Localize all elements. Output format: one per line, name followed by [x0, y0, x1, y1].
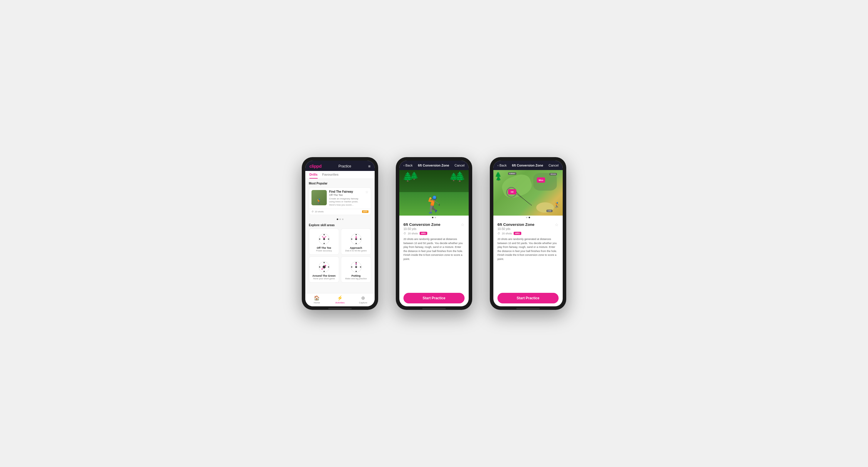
- header-title: Practice: [339, 164, 351, 168]
- phone-1-screen: clippd Practice ≡ Drills Favourites Most…: [305, 161, 375, 306]
- dot-3: [342, 219, 343, 220]
- phone3-shots: 20 shots: [502, 232, 512, 235]
- phone3-chevron-left-icon: ‹: [497, 164, 499, 167]
- phone-3-screen: ‹ Back 6ft Conversion Zone Cancel: [493, 161, 563, 306]
- app-logo: clippd: [309, 164, 321, 169]
- detail-drill-title: 6ft Conversion Zone: [403, 222, 465, 227]
- fairway-label: FAIRWAY: [508, 172, 516, 175]
- tabs-bar: Drills Favourites: [305, 171, 375, 179]
- phone2-title: 6ft Conversion Zone: [418, 164, 449, 167]
- phone3-title: 6ft Conversion Zone: [512, 164, 543, 167]
- skill-grid: Off The Tee Power accuracy: [309, 229, 371, 282]
- phone3-image-dots: [493, 215, 563, 220]
- detail-yardage: 10-50 yds: [403, 227, 465, 231]
- explore-label: Explore skill areas: [309, 224, 371, 227]
- svg-line-9: [324, 236, 326, 238]
- tag-ott: OTT: [362, 210, 369, 213]
- phone3-cancel-button[interactable]: Cancel: [549, 164, 559, 167]
- detail-shots-row: ⏱ 20 shots ARG: [403, 232, 465, 235]
- phone-3: ‹ Back 6ft Conversion Zone Cancel: [490, 157, 566, 310]
- ott-name: Off The Tee: [317, 246, 331, 249]
- phone3-drill-title: 6ft Conversion Zone: [497, 222, 559, 227]
- menu-icon[interactable]: ≡: [368, 164, 371, 169]
- phone3-fav-icon[interactable]: ☆: [555, 222, 559, 227]
- map-scene: 🌲 🌲 Miss Hit: [493, 170, 563, 215]
- skill-card-approach[interactable]: Approach Dial-in to hit the green: [341, 229, 371, 255]
- tree-left2-icon: 🌲: [410, 171, 419, 180]
- phone3-clock-icon: ⏱: [497, 232, 500, 235]
- capture-label: Capture: [359, 301, 367, 304]
- nav-capture[interactable]: ⊕ Capture: [351, 295, 375, 304]
- chevron-left-icon: ‹: [403, 164, 405, 167]
- start-practice-button[interactable]: Start Practice: [403, 293, 465, 303]
- drill-title: Find The Fairway: [329, 190, 363, 194]
- most-popular-label: Most Popular: [309, 182, 371, 185]
- phone3-shots-row: ⏱ 20 shots ARG: [497, 232, 559, 235]
- image-dots: [399, 215, 469, 220]
- drill-image: 🌲 🌲 🌲 🌲 🏌️: [399, 170, 469, 215]
- phone-2-screen: ‹ Back 6ft Conversion Zone Cancel 🌲 🌲 🌲 …: [399, 161, 469, 306]
- detail-shots: 20 shots: [408, 232, 418, 235]
- home-indicator-1: [328, 308, 352, 309]
- carousel-dots: [309, 218, 371, 221]
- tree-right2-icon: 🌲: [449, 172, 458, 181]
- putting-name: Putting: [351, 274, 361, 277]
- dot-1: [337, 219, 338, 220]
- detail-description: 20 shots are randomly generated at dista…: [403, 237, 465, 261]
- putting-icon: [349, 260, 364, 274]
- phone3-start-practice-button[interactable]: Start Practice: [497, 293, 559, 303]
- capture-icon: ⊕: [361, 295, 365, 301]
- drill-card-inner: Find The Fairway Off The Tee Create an i…: [309, 188, 371, 209]
- phone3-detail-body: ☆ 6ft Conversion Zone 10-50 yds ⏱ 20 sho…: [493, 220, 563, 291]
- atg-desc: Hone your short game: [313, 277, 335, 280]
- skill-card-putting[interactable]: Putting Make and lag practice: [341, 257, 371, 282]
- home-label: Home: [314, 301, 320, 304]
- clock-icon: ⏱: [311, 210, 314, 213]
- drill-thumbnail: [311, 190, 327, 205]
- drill-footer: ⏱ 10 shots OTT: [309, 209, 371, 215]
- ott-icon: [317, 232, 332, 246]
- map-golfer-icon: 🏌️: [554, 202, 560, 208]
- atg-icon: [317, 260, 332, 274]
- skill-card-atg[interactable]: Around The Green Hone your short game: [309, 257, 339, 282]
- nav-activities[interactable]: ⚡ Activities: [329, 295, 352, 304]
- phone3-tag-arg: ARG: [514, 232, 521, 235]
- drill-thumb-golfer: [311, 190, 327, 205]
- favourite-icon[interactable]: ☆: [365, 190, 369, 194]
- fav-icon[interactable]: ☆: [461, 222, 465, 227]
- home-icon: 🏠: [314, 295, 320, 301]
- drill-info: Find The Fairway Off The Tee Create an i…: [329, 190, 363, 206]
- approach-icon: [349, 232, 364, 246]
- tab-drills[interactable]: Drills: [309, 173, 318, 178]
- drill-card[interactable]: Find The Fairway Off The Tee Create an i…: [309, 188, 371, 215]
- approach-desc: Dial-in to hit the green: [345, 249, 367, 252]
- detail-drill-title-row: ☆ 6ft Conversion Zone: [403, 222, 465, 227]
- rough-label: ROUGH: [550, 173, 557, 175]
- home-indicator-3: [516, 308, 540, 309]
- drill-map-image: 🌲 🌲 Miss Hit: [493, 170, 563, 215]
- atg-name: Around The Green: [312, 274, 336, 277]
- clock-icon-detail: ⏱: [403, 232, 406, 235]
- svg-point-7: [323, 238, 325, 240]
- skill-card-ott[interactable]: Off The Tee Power accuracy: [309, 229, 339, 255]
- phone3-img-dot-2: [529, 217, 530, 218]
- phone3-yardage: 10-50 yds: [497, 227, 559, 231]
- bottom-nav: 🏠 Home ⚡ Activities ⊕ Capture: [305, 293, 375, 306]
- nav-home[interactable]: 🏠 Home: [305, 295, 329, 304]
- drill-description: Create an imaginary fairway using trees …: [329, 197, 363, 206]
- phone-1: clippd Practice ≡ Drills Favourites Most…: [302, 157, 378, 310]
- phone3-back-button[interactable]: ‹ Back: [497, 164, 506, 167]
- back-button[interactable]: ‹ Back: [403, 164, 412, 167]
- drill-subtitle: Off The Tee: [329, 194, 363, 197]
- svg-line-8: [322, 236, 324, 238]
- phone-2: ‹ Back 6ft Conversion Zone Cancel 🌲 🌲 🌲 …: [396, 157, 472, 310]
- phone3-header: ‹ Back 6ft Conversion Zone Cancel: [493, 161, 563, 170]
- activities-label: Activities: [335, 301, 345, 304]
- putting-desc: Make and lag practice: [345, 277, 367, 280]
- sand-label: SAND: [547, 210, 552, 212]
- phones-container: clippd Practice ≡ Drills Favourites Most…: [302, 157, 566, 310]
- miss-pin: Miss: [537, 177, 545, 183]
- img-dot-1: [432, 217, 433, 218]
- cancel-button[interactable]: Cancel: [455, 164, 465, 167]
- tab-favourites[interactable]: Favourites: [322, 173, 339, 178]
